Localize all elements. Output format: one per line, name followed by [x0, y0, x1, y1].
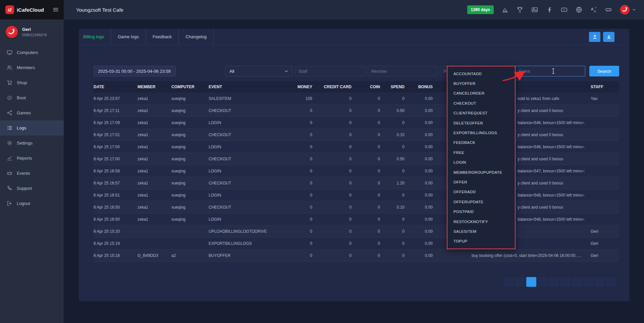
- event-type-dropdown: ACCOUNTADDBUYOFFERCANCELORDERCHECKOUTCLI…: [447, 66, 516, 249]
- bar-chart-icon[interactable]: [502, 6, 508, 13]
- page-button[interactable]: [560, 277, 571, 287]
- event-dropdown-item[interactable]: SALESITEM: [447, 226, 515, 236]
- tab-changelog[interactable]: Changelog: [179, 29, 214, 45]
- sidebar-item-logs[interactable]: Logs: [0, 120, 64, 136]
- chevron-down-icon: [284, 69, 288, 73]
- download-button[interactable]: [603, 32, 614, 42]
- page-button[interactable]: [526, 277, 536, 287]
- sidebar-item-members[interactable]: Members: [0, 60, 64, 75]
- sidebar-item-label: Events: [17, 171, 30, 176]
- table-row: 6 Apr 25 16:51 zeka1 xueqing LOGIN 0 0 0…: [94, 189, 619, 201]
- cell-bonus: 0.00: [407, 120, 435, 125]
- event-dropdown-item[interactable]: CLIENTREQUEST: [447, 108, 515, 118]
- date-range-input[interactable]: [94, 66, 176, 76]
- event-dropdown-item[interactable]: ACCOUNTADD: [447, 69, 515, 78]
- cell-spend: 0: [382, 96, 407, 101]
- cell-credit-card: 0: [314, 96, 354, 101]
- event-dropdown-item[interactable]: CANCELORDER: [447, 89, 515, 98]
- sidebar-item-support[interactable]: Support: [0, 181, 64, 196]
- facebook-icon[interactable]: [546, 6, 553, 13]
- event-dropdown-item[interactable]: OFFER: [447, 177, 515, 187]
- event-dropdown-item[interactable]: FEEDBACK: [447, 138, 515, 148]
- member-input[interactable]: [368, 66, 437, 76]
- cell-coin: 0: [354, 229, 382, 234]
- search-button[interactable]: Search: [589, 66, 619, 76]
- tab-billing-logs[interactable]: Billing logs: [79, 29, 111, 45]
- event-input[interactable]: [515, 66, 585, 76]
- account-menu[interactable]: [620, 5, 636, 15]
- youtube-icon[interactable]: [561, 6, 568, 13]
- page-button[interactable]: [583, 277, 593, 287]
- cell-money: 0: [286, 181, 314, 185]
- event-dropdown-item[interactable]: OFFERUPDATE: [447, 197, 515, 207]
- event-dropdown-item[interactable]: MEMBERGROUPUPDATE: [447, 167, 515, 177]
- page-button[interactable]: [549, 277, 559, 287]
- event-dropdown-item[interactable]: CHECKOUT: [447, 98, 515, 108]
- cell-coin: 0: [354, 108, 382, 113]
- main-content: Billing logs Game logs Feedback Changelo…: [64, 19, 644, 323]
- cell-credit-card: 0: [314, 157, 354, 161]
- trophy-icon[interactable]: [517, 6, 523, 13]
- filters-row: All Search: [94, 66, 619, 76]
- cell-event: CHECKOUT: [209, 157, 286, 161]
- cell-member: zeka1: [138, 120, 171, 125]
- cell-money: 0: [286, 169, 314, 173]
- cell-computer: a2: [171, 253, 209, 258]
- cell-computer: xueqing: [171, 193, 209, 198]
- sidebar-item-games[interactable]: Games: [0, 105, 64, 120]
- sidebar-item-events[interactable]: Events: [0, 166, 64, 181]
- sidebar-item-shop[interactable]: Shop: [0, 75, 64, 90]
- gallery-icon[interactable]: [531, 6, 538, 13]
- cell-staff: Yao: [585, 96, 619, 101]
- brand[interactable]: i2 iCafeCloud: [5, 5, 44, 14]
- event-dropdown-item[interactable]: LOGIN: [447, 158, 515, 167]
- type-select[interactable]: All: [225, 66, 292, 76]
- page-button[interactable]: [572, 277, 582, 287]
- tab-feedback[interactable]: Feedback: [146, 29, 179, 45]
- sidebar-item-logout[interactable]: Logout: [0, 196, 64, 211]
- cell-member: zeka1: [138, 96, 171, 101]
- type-select-value: All: [229, 69, 234, 74]
- tab-game-logs[interactable]: Game logs: [111, 29, 146, 45]
- event-dropdown-item[interactable]: EXPORTBILLINGLOGS: [447, 128, 515, 138]
- cell-spend: 0: [382, 169, 407, 173]
- event-dropdown-item[interactable]: BUYOFFER: [447, 78, 515, 88]
- page-button[interactable]: [515, 277, 525, 287]
- cell-computer: xueqing: [171, 108, 209, 113]
- cell-coin: 0: [354, 145, 382, 149]
- event-dropdown-item[interactable]: TOPUP: [447, 236, 515, 246]
- translate-icon[interactable]: Aa: [590, 6, 597, 13]
- sidebar-item-reports[interactable]: Reports: [0, 151, 64, 166]
- chevron-down-icon: [632, 8, 636, 12]
- sidebar-item-boot[interactable]: Boot: [0, 90, 64, 105]
- cell-bonus: 0.00: [407, 108, 435, 113]
- event-dropdown-item[interactable]: RESTOCKNOTIFY: [447, 217, 515, 226]
- staff-input[interactable]: [295, 66, 366, 76]
- cell-coin: 0: [354, 193, 382, 198]
- sidebar-item-settings[interactable]: Settings: [0, 136, 64, 151]
- cell-credit-card: 0: [314, 181, 354, 185]
- page-button[interactable]: [606, 277, 616, 287]
- upload-button[interactable]: [589, 32, 600, 42]
- event-dropdown-item[interactable]: OFFERADD: [447, 187, 515, 197]
- page-button[interactable]: [503, 277, 514, 287]
- event-dropdown-item[interactable]: FREE: [447, 148, 515, 157]
- cell-bonus: 0.00: [407, 132, 435, 137]
- cell-member: zeka1: [138, 193, 171, 198]
- page-button[interactable]: [595, 277, 605, 287]
- event-dropdown-item[interactable]: DELETEOFFER: [447, 118, 515, 128]
- cell-spend: 0.50: [382, 108, 407, 113]
- globe-icon[interactable]: [576, 6, 582, 13]
- crown-icon: [7, 170, 12, 176]
- col-header-coin: COIN: [354, 85, 382, 89]
- hamburger-menu-icon[interactable]: [53, 7, 59, 13]
- cell-credit-card: 0: [314, 120, 354, 125]
- cell-bonus: 0.00: [407, 157, 435, 161]
- upload-icon: [592, 34, 597, 39]
- event-dropdown-item[interactable]: POSTPAID: [447, 207, 515, 216]
- goggles-icon[interactable]: [605, 6, 612, 13]
- sidebar-item-computers[interactable]: Computers: [0, 45, 64, 60]
- sidebar: Geri 008612345678 Computers Members Shop…: [0, 19, 64, 323]
- table-row: 6 Apr 25 16:50 zeka1 xueqing LOGIN 0 0 0…: [94, 213, 619, 225]
- page-button[interactable]: [538, 277, 548, 287]
